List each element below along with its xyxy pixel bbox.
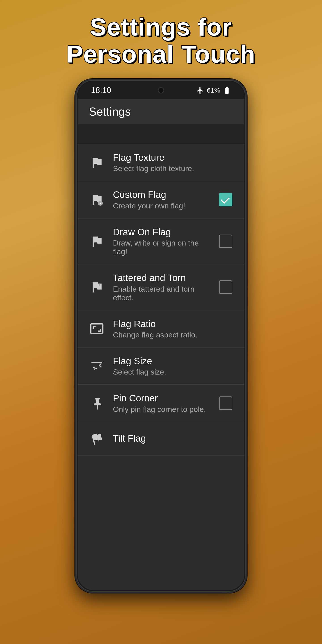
pin-corner-text: Pin Corner Only pin flag corner to pole. — [113, 393, 210, 414]
tattered-title: Tattered and Torn — [113, 272, 210, 284]
pin-corner-icon — [89, 395, 105, 411]
settings-item-pin-corner[interactable]: Pin Corner Only pin flag corner to pole. — [78, 384, 244, 422]
flag-size-icon — [89, 358, 105, 374]
settings-item-tilt-flag[interactable]: Tilt Flag — [78, 422, 244, 456]
camera-hole — [158, 87, 164, 94]
app-bar-title: Settings — [89, 105, 131, 118]
tilt-flag-icon — [89, 430, 105, 446]
draw-flag-title: Draw On Flag — [113, 226, 210, 238]
settings-item-flag-size[interactable]: Flag Size Select flag size. — [78, 348, 244, 384]
settings-item-flag-ratio[interactable]: Flag Ratio Change flag aspect ratio. — [78, 310, 244, 348]
tattered-text: Tattered and Torn Enable tattered and to… — [113, 272, 210, 302]
settings-list[interactable]: Flag Texture Select flag cloth texture. — [78, 124, 244, 590]
tattered-subtitle: Enable tattered and torn effect. — [113, 285, 210, 302]
draw-flag-icon — [89, 233, 105, 249]
custom-flag-text: Custom Flag Create your own flag! — [113, 189, 210, 210]
flag-size-text: Flag Size Select flag size. — [113, 356, 233, 376]
phone-shell: 18:10 61% Settings — [75, 79, 247, 593]
tattered-checkbox[interactable] — [219, 280, 232, 294]
status-bar: 18:10 61% — [78, 82, 244, 99]
flag-texture-subtitle: Select flag cloth texture. — [113, 164, 233, 173]
phone-wrapper: 18:10 61% Settings — [75, 79, 247, 593]
flag-ratio-icon — [89, 321, 105, 337]
draw-flag-checkbox[interactable] — [219, 234, 232, 248]
tattered-control[interactable] — [218, 280, 233, 295]
section-spacer — [78, 124, 244, 144]
flag-texture-text: Flag Texture Select flag cloth texture. — [113, 152, 233, 173]
settings-item-draw-flag[interactable]: Draw On Flag Draw, write or sign on the … — [78, 218, 244, 264]
flag-texture-icon — [89, 154, 105, 170]
page-title: Settings for Personal Touch — [67, 14, 256, 68]
settings-item-tattered[interactable]: Tattered and Torn Enable tattered and to… — [78, 264, 244, 310]
flag-ratio-text: Flag Ratio Change flag aspect ratio. — [113, 318, 233, 339]
tilt-flag-title: Tilt Flag — [113, 433, 233, 444]
flag-ratio-title: Flag Ratio — [113, 318, 233, 330]
phone-screen: 18:10 61% Settings — [78, 82, 244, 590]
flag-ratio-subtitle: Change flag aspect ratio. — [113, 330, 233, 339]
settings-item-custom-flag[interactable]: Custom Flag Create your own flag! — [78, 181, 244, 218]
tilt-flag-text: Tilt Flag — [113, 433, 233, 444]
flag-size-title: Flag Size — [113, 356, 233, 367]
custom-flag-subtitle: Create your own flag! — [113, 202, 210, 210]
tattered-flag-icon — [89, 279, 105, 295]
battery-percent: 61% — [207, 86, 220, 94]
pin-corner-checkbox[interactable] — [219, 396, 232, 410]
pin-corner-subtitle: Only pin flag corner to pole. — [113, 405, 210, 414]
pin-corner-control[interactable] — [218, 396, 233, 411]
flag-texture-title: Flag Texture — [113, 152, 233, 163]
custom-flag-checkbox[interactable] — [219, 193, 232, 206]
draw-flag-control[interactable] — [218, 234, 233, 249]
draw-flag-text: Draw On Flag Draw, write or sign on the … — [113, 226, 210, 256]
custom-flag-icon — [89, 192, 105, 208]
side-button — [246, 214, 247, 241]
status-icons: 61% — [196, 86, 231, 94]
custom-flag-title: Custom Flag — [113, 189, 210, 200]
pin-corner-title: Pin Corner — [113, 393, 210, 404]
airplane-icon — [196, 86, 204, 94]
custom-flag-control[interactable] — [218, 192, 233, 207]
battery-icon — [223, 86, 231, 94]
draw-flag-subtitle: Draw, write or sign on the flag! — [113, 238, 210, 256]
settings-item-flag-texture[interactable]: Flag Texture Select flag cloth texture. — [78, 144, 244, 181]
flag-size-subtitle: Select flag size. — [113, 368, 233, 376]
status-time: 18:10 — [91, 86, 111, 95]
app-bar: Settings — [78, 99, 244, 124]
